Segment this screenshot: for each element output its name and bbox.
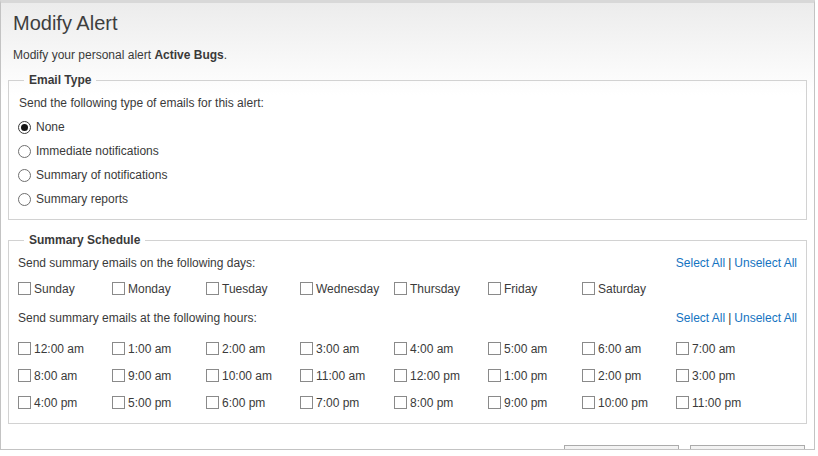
email-type-option[interactable]: Summary of notifications — [18, 168, 797, 182]
day-label[interactable]: Saturday — [598, 282, 646, 296]
hour-label[interactable]: 7:00 pm — [316, 396, 359, 410]
checkbox-icon[interactable] — [300, 369, 313, 382]
hour-label[interactable]: 5:00 am — [504, 342, 547, 356]
checkbox-icon[interactable] — [300, 282, 313, 295]
hour-checkbox-item[interactable]: 4:00 am — [394, 341, 488, 356]
day-checkbox-item[interactable]: Wednesday — [300, 281, 394, 296]
day-label[interactable]: Tuesday — [222, 282, 268, 296]
hour-checkbox-item[interactable]: 12:00 am — [18, 341, 112, 356]
checkbox-icon[interactable] — [112, 369, 125, 382]
hour-checkbox-item[interactable]: 7:00 am — [676, 341, 770, 356]
hour-label[interactable]: 3:00 am — [316, 342, 359, 356]
checkbox-icon[interactable] — [18, 282, 31, 295]
hour-checkbox-item[interactable]: 9:00 am — [112, 368, 206, 383]
checkbox-icon[interactable] — [206, 282, 219, 295]
checkbox-icon[interactable] — [112, 342, 125, 355]
hour-checkbox-item[interactable]: 8:00 pm — [394, 395, 488, 410]
days-unselect-all-link[interactable]: Unselect All — [734, 256, 797, 270]
hour-label[interactable]: 12:00 pm — [410, 369, 460, 383]
hour-checkbox-item[interactable]: 8:00 am — [18, 368, 112, 383]
checkbox-icon[interactable] — [488, 342, 501, 355]
hour-checkbox-item[interactable]: 11:00 am — [300, 368, 394, 383]
hour-checkbox-item[interactable]: 1:00 pm — [488, 368, 582, 383]
email-type-option[interactable]: Summary reports — [18, 192, 797, 206]
checkbox-icon[interactable] — [300, 396, 313, 409]
checkbox-icon[interactable] — [18, 369, 31, 382]
days-select-all-link[interactable]: Select All — [676, 256, 725, 270]
checkbox-icon[interactable] — [676, 396, 689, 409]
hour-checkbox-item[interactable]: 6:00 pm — [206, 395, 300, 410]
radio-option-label[interactable]: Summary of notifications — [36, 168, 167, 182]
day-label[interactable]: Friday — [504, 282, 537, 296]
hour-checkbox-item[interactable]: 4:00 pm — [18, 395, 112, 410]
hour-label[interactable]: 8:00 pm — [410, 396, 453, 410]
radio-button-icon[interactable] — [18, 193, 31, 206]
hour-label[interactable]: 2:00 am — [222, 342, 265, 356]
checkbox-icon[interactable] — [18, 396, 31, 409]
hour-checkbox-item[interactable]: 5:00 am — [488, 341, 582, 356]
radio-option-label[interactable]: Immediate notifications — [36, 144, 159, 158]
hour-label[interactable]: 4:00 pm — [34, 396, 77, 410]
checkbox-icon[interactable] — [582, 369, 595, 382]
checkbox-icon[interactable] — [488, 396, 501, 409]
checkbox-icon[interactable] — [18, 342, 31, 355]
hour-label[interactable]: 1:00 pm — [504, 369, 547, 383]
ok-button[interactable]: OK — [564, 445, 679, 450]
checkbox-icon[interactable] — [206, 342, 219, 355]
cancel-button[interactable]: Cancel — [690, 445, 805, 450]
email-type-option[interactable]: Immediate notifications — [18, 144, 797, 158]
hour-label[interactable]: 9:00 am — [128, 369, 171, 383]
hour-label[interactable]: 12:00 am — [34, 342, 84, 356]
hour-checkbox-item[interactable]: 1:00 am — [112, 341, 206, 356]
hour-checkbox-item[interactable]: 2:00 pm — [582, 368, 676, 383]
day-label[interactable]: Wednesday — [316, 282, 379, 296]
hour-checkbox-item[interactable]: 7:00 pm — [300, 395, 394, 410]
hour-label[interactable]: 2:00 pm — [598, 369, 641, 383]
checkbox-icon[interactable] — [488, 369, 501, 382]
day-label[interactable]: Monday — [128, 282, 171, 296]
hour-label[interactable]: 8:00 am — [34, 369, 77, 383]
checkbox-icon[interactable] — [394, 282, 407, 295]
checkbox-icon[interactable] — [394, 369, 407, 382]
hour-checkbox-item[interactable]: 5:00 pm — [112, 395, 206, 410]
hour-checkbox-item[interactable]: 6:00 am — [582, 341, 676, 356]
hour-label[interactable]: 7:00 am — [692, 342, 735, 356]
hours-unselect-all-link[interactable]: Unselect All — [734, 311, 797, 325]
checkbox-icon[interactable] — [112, 396, 125, 409]
hour-checkbox-item[interactable]: 10:00 am — [206, 368, 300, 383]
checkbox-icon[interactable] — [488, 282, 501, 295]
checkbox-icon[interactable] — [582, 282, 595, 295]
hour-checkbox-item[interactable]: 10:00 pm — [582, 395, 676, 410]
hour-label[interactable]: 10:00 pm — [598, 396, 648, 410]
hour-label[interactable]: 11:00 pm — [692, 396, 741, 410]
hour-label[interactable]: 9:00 pm — [504, 396, 547, 410]
radio-option-label[interactable]: None — [36, 120, 65, 134]
checkbox-icon[interactable] — [676, 369, 689, 382]
day-label[interactable]: Thursday — [410, 282, 460, 296]
email-type-option[interactable]: None — [18, 120, 797, 134]
day-checkbox-item[interactable]: Thursday — [394, 281, 488, 296]
checkbox-icon[interactable] — [394, 342, 407, 355]
checkbox-icon[interactable] — [300, 342, 313, 355]
hour-label[interactable]: 4:00 am — [410, 342, 453, 356]
hour-label[interactable]: 1:00 am — [128, 342, 171, 356]
checkbox-icon[interactable] — [582, 396, 595, 409]
checkbox-icon[interactable] — [112, 282, 125, 295]
hours-select-all-link[interactable]: Select All — [676, 311, 725, 325]
radio-button-icon[interactable] — [18, 169, 31, 182]
radio-button-icon[interactable] — [18, 145, 31, 158]
checkbox-icon[interactable] — [582, 342, 595, 355]
hour-checkbox-item[interactable]: 11:00 pm — [676, 395, 770, 410]
checkbox-icon[interactable] — [394, 396, 407, 409]
hour-label[interactable]: 6:00 pm — [222, 396, 265, 410]
day-checkbox-item[interactable]: Friday — [488, 281, 582, 296]
day-checkbox-item[interactable]: Saturday — [582, 281, 676, 296]
day-checkbox-item[interactable]: Monday — [112, 281, 206, 296]
day-checkbox-item[interactable]: Tuesday — [206, 281, 300, 296]
hour-label[interactable]: 11:00 am — [316, 369, 365, 383]
hour-checkbox-item[interactable]: 2:00 am — [206, 341, 300, 356]
hour-label[interactable]: 6:00 am — [598, 342, 641, 356]
radio-option-label[interactable]: Summary reports — [36, 192, 128, 206]
hour-label[interactable]: 10:00 am — [222, 369, 272, 383]
checkbox-icon[interactable] — [206, 369, 219, 382]
